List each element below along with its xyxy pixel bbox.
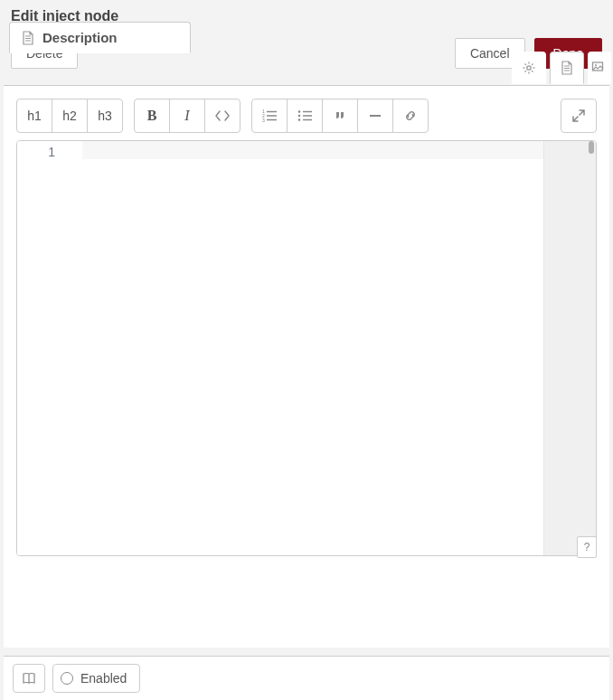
svg-line-8 — [525, 64, 526, 65]
ordered-list-icon: 123 — [262, 109, 277, 122]
editor-gutter: 1 — [17, 141, 82, 555]
side-tab-icons — [512, 52, 611, 84]
editor-body: Description h1 h2 h3 B I — [4, 85, 609, 648]
markdown-toolbar: h1 h2 h3 B I 123 — [16, 99, 597, 133]
hr-button[interactable] — [357, 99, 393, 133]
help-button[interactable]: ? — [577, 536, 597, 558]
h1-label: h1 — [27, 109, 42, 123]
svg-line-10 — [532, 64, 533, 65]
h3-label: h3 — [98, 109, 112, 123]
expand-button[interactable] — [561, 99, 597, 133]
circle-icon — [61, 672, 73, 685]
quote-button[interactable] — [322, 99, 358, 133]
unordered-list-icon — [297, 109, 312, 122]
h1-button[interactable]: h1 — [16, 99, 52, 133]
svg-point-25 — [298, 118, 301, 121]
h3-button[interactable]: h3 — [87, 99, 123, 133]
svg-point-23 — [298, 110, 301, 113]
code-button[interactable] — [204, 99, 240, 133]
link-icon — [403, 109, 418, 123]
svg-line-11 — [525, 71, 526, 71]
editor-line[interactable] — [82, 141, 596, 159]
svg-line-9 — [532, 71, 533, 71]
tab-description[interactable]: Description — [9, 22, 191, 53]
book-icon-button[interactable] — [13, 664, 45, 693]
expand-icon — [572, 109, 585, 122]
h2-label: h2 — [62, 109, 77, 123]
svg-point-3 — [527, 66, 531, 70]
svg-point-24 — [298, 115, 301, 118]
document-icon — [21, 31, 35, 45]
dialog-title: Edit inject node — [0, 0, 613, 24]
scrollbar-thumb[interactable] — [589, 141, 594, 154]
svg-point-16 — [595, 64, 597, 66]
unordered-list-button[interactable] — [287, 99, 323, 133]
line-number: 1 — [17, 145, 55, 159]
document-icon[interactable] — [550, 52, 584, 84]
format-group: B I — [134, 99, 240, 133]
enabled-toggle[interactable]: Enabled — [52, 664, 140, 693]
markdown-textarea[interactable]: 1 — [16, 140, 597, 556]
bold-label: B — [147, 108, 157, 124]
hr-icon — [369, 109, 382, 122]
gear-icon[interactable] — [512, 52, 546, 84]
editor-scrollbar[interactable] — [543, 141, 596, 555]
bold-button[interactable]: B — [134, 99, 170, 133]
ordered-list-button[interactable]: 123 — [251, 99, 288, 133]
book-icon — [22, 672, 36, 685]
description-editor: h1 h2 h3 B I 123 — [4, 86, 609, 556]
code-icon — [214, 109, 231, 122]
appearance-icon[interactable] — [588, 52, 611, 84]
footer-bar: Enabled — [4, 656, 609, 700]
quote-icon — [334, 109, 346, 122]
link-button[interactable] — [392, 99, 429, 133]
editor-content[interactable] — [82, 141, 596, 555]
svg-text:3: 3 — [262, 118, 265, 122]
list-group: 123 — [251, 99, 429, 133]
tab-description-label: Description — [42, 30, 118, 45]
italic-label: I — [184, 108, 189, 124]
italic-button[interactable]: I — [169, 99, 205, 133]
heading-group: h1 h2 h3 — [16, 99, 123, 133]
enabled-label: Enabled — [80, 671, 127, 686]
h2-button[interactable]: h2 — [52, 99, 88, 133]
